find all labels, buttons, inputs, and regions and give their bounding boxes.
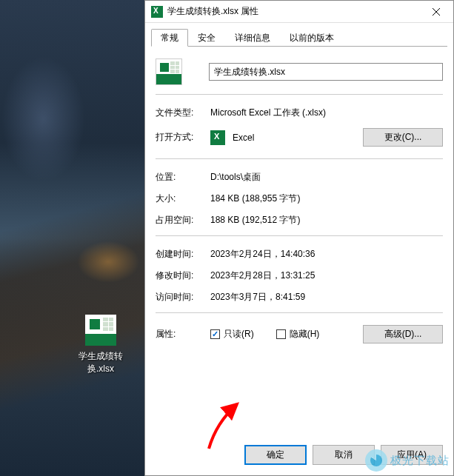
- tab-content: 文件类型: Microsoft Excel 工作表 (.xlsx) 打开方式: …: [145, 47, 453, 438]
- location-value: D:\tools\桌面: [210, 171, 443, 184]
- hidden-checkbox[interactable]: [276, 329, 286, 339]
- separator: [156, 158, 443, 159]
- accessed-label: 访问时间:: [156, 291, 210, 304]
- filename-input[interactable]: [209, 63, 443, 81]
- size-value: 184 KB (188,955 字节): [210, 192, 443, 205]
- excel-app-icon: [210, 130, 225, 145]
- sizedisk-value: 188 KB (192,512 字节): [210, 214, 443, 227]
- filetype-row: 文件类型: Microsoft Excel 工作表 (.xlsx): [156, 107, 443, 119]
- hidden-checkbox-wrap[interactable]: 隐藏(H): [276, 328, 320, 341]
- filetype-value: Microsoft Excel 工作表 (.xlsx): [210, 107, 443, 119]
- openwith-row: 打开方式: Excel 更改(C)...: [156, 128, 443, 147]
- attributes-row: 属性: 只读(R) 隐藏(H) 高级(D)...: [156, 325, 443, 343]
- sizedisk-row: 占用空间: 188 KB (192,512 字节): [156, 214, 443, 227]
- watermark: 极光下载站: [365, 449, 450, 472]
- properties-dialog: 学生成绩转换.xlsx 属性 常规 安全 详细信息 以前的版本 文件类型: Mi…: [144, 0, 454, 476]
- openwith-app: Excel: [233, 133, 254, 143]
- location-row: 位置: D:\tools\桌面: [156, 171, 443, 184]
- filetype-label: 文件类型:: [156, 107, 210, 119]
- dialog-titlebar[interactable]: 学生成绩转换.xlsx 属性: [145, 1, 453, 23]
- sizedisk-label: 占用空间:: [156, 214, 210, 227]
- accessed-value: 2023年3月7日，8:41:59: [210, 291, 443, 304]
- location-label: 位置:: [156, 171, 210, 184]
- separator: [156, 312, 443, 313]
- watermark-text: 极光下载站: [390, 454, 450, 468]
- tab-previous-versions[interactable]: 以前的版本: [280, 29, 344, 46]
- tabs-container: 常规 安全 详细信息 以前的版本: [145, 23, 453, 47]
- tab-strip: 常规 安全 详细信息 以前的版本: [151, 29, 447, 47]
- separator: [156, 94, 443, 95]
- separator: [156, 235, 443, 236]
- size-row: 大小: 184 KB (188,955 字节): [156, 192, 443, 205]
- dialog-title: 学生成绩转换.xlsx 属性: [167, 5, 419, 18]
- modified-value: 2023年2月28日，13:31:25: [210, 269, 443, 282]
- modified-label: 修改时间:: [156, 269, 210, 282]
- desktop-background: 学生成绩转换.xlsx: [0, 0, 144, 476]
- created-label: 创建时间:: [156, 248, 210, 261]
- desktop-file-label: 学生成绩转换.xlsx: [73, 350, 129, 375]
- watermark-logo-icon: [365, 449, 387, 472]
- hidden-label: 隐藏(H): [290, 328, 320, 341]
- tab-general[interactable]: 常规: [151, 29, 188, 47]
- openwith-label: 打开方式:: [156, 131, 210, 144]
- created-value: 2023年2月24日，14:40:36: [210, 248, 443, 261]
- tab-details[interactable]: 详细信息: [225, 29, 280, 46]
- file-type-icon: [156, 58, 182, 85]
- tab-security[interactable]: 安全: [188, 29, 225, 46]
- close-icon: [433, 8, 440, 16]
- created-row: 创建时间: 2023年2月24日，14:40:36: [156, 248, 443, 261]
- attributes-label: 属性:: [156, 328, 210, 341]
- desktop-file-icon[interactable]: 学生成绩转换.xlsx: [73, 315, 129, 375]
- ok-button[interactable]: 确定: [244, 445, 307, 465]
- change-button[interactable]: 更改(C)...: [363, 128, 443, 147]
- close-button[interactable]: [419, 1, 453, 23]
- excel-icon: [151, 6, 163, 18]
- excel-file-icon: [85, 315, 116, 346]
- size-label: 大小:: [156, 192, 210, 205]
- readonly-label: 只读(R): [224, 328, 254, 341]
- desktop-wallpaper-art: [0, 0, 144, 476]
- filename-row: [156, 58, 443, 85]
- accessed-row: 访问时间: 2023年3月7日，8:41:59: [156, 291, 443, 304]
- advanced-button[interactable]: 高级(D)...: [363, 325, 443, 343]
- readonly-checkbox[interactable]: [210, 329, 220, 339]
- readonly-checkbox-wrap[interactable]: 只读(R): [210, 328, 254, 341]
- modified-row: 修改时间: 2023年2月28日，13:31:25: [156, 269, 443, 282]
